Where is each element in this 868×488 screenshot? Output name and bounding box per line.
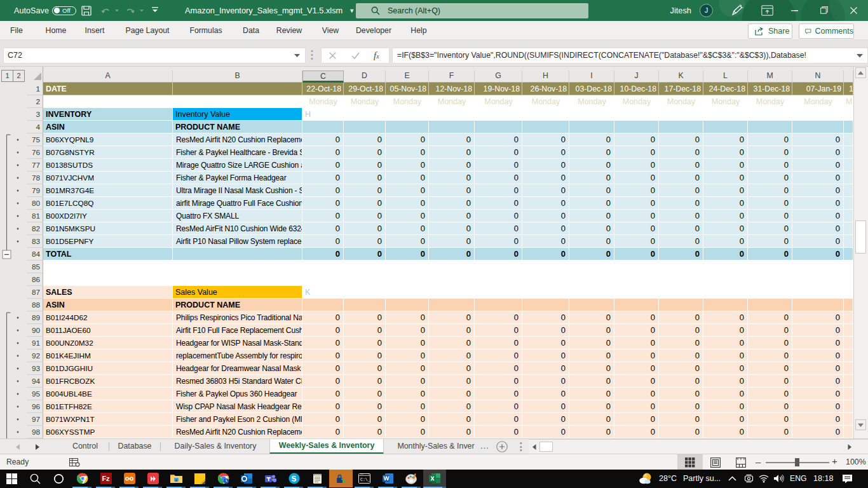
svg-text:C:\_: C:\_ [360, 478, 370, 482]
